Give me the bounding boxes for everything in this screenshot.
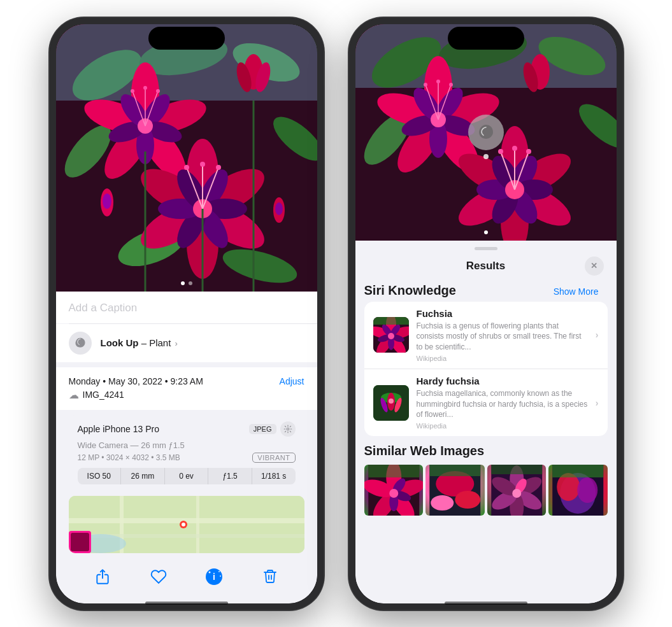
- delete-button[interactable]: [256, 563, 284, 591]
- home-bar-right: [445, 602, 527, 605]
- exif-iso: ISO 50: [78, 468, 122, 484]
- exif-row: ISO 50 26 mm 0 ev ƒ1.5 1/181 s: [78, 468, 296, 484]
- svg-point-113: [512, 146, 517, 151]
- svg-rect-165: [552, 465, 603, 477]
- svg-rect-150: [429, 465, 480, 476]
- svg-point-68: [209, 571, 211, 573]
- svg-point-25: [156, 89, 160, 93]
- look-up-icon: [69, 332, 92, 355]
- svg-point-144: [389, 489, 398, 498]
- vibrant-badge: VIBRANT: [252, 453, 295, 463]
- sheet-header: Results ✕: [355, 250, 617, 283]
- svg-point-49: [103, 194, 111, 209]
- svg-point-24: [131, 89, 134, 93]
- svg-rect-128: [373, 317, 409, 325]
- dot-1: [181, 281, 185, 285]
- photo-area[interactable]: [56, 24, 317, 292]
- fuchsia-thumb: [373, 317, 409, 353]
- visual-lookup-button[interactable]: [468, 115, 504, 150]
- favorite-button[interactable]: [145, 563, 173, 591]
- flower-svg: [56, 24, 317, 292]
- svg-point-114: [498, 149, 503, 154]
- svg-point-70: [220, 575, 221, 577]
- hardy-desc: Fuchsia magellanica, commonly known as t…: [417, 388, 588, 420]
- phones-container: Add a Caption Look Up – Plant: [50, 18, 623, 610]
- info-button[interactable]: i: [200, 563, 228, 591]
- look-up-row[interactable]: Look Up – Plant ›: [56, 324, 317, 362]
- leaf-lookup-icon: [476, 123, 496, 142]
- fuchsia-thumb-svg: [373, 317, 409, 353]
- hardy-thumb-svg: [373, 385, 409, 421]
- svg-rect-59: [196, 496, 199, 553]
- camera-spec: Wide Camera — 26 mm ƒ1.5: [78, 440, 296, 450]
- caption-area[interactable]: Add a Caption: [56, 292, 317, 323]
- svg-point-55: [287, 428, 289, 430]
- right-photo-area: [355, 24, 617, 241]
- photo-date: Monday • May 30, 2022 • 9:23 AM: [69, 376, 203, 386]
- exif-shutter: 1/181 s: [252, 468, 296, 484]
- sim-svg-2: [425, 465, 485, 516]
- hardy-title: Hardy fuchsia: [417, 376, 588, 386]
- sheet-content: Siri Knowledge Show More: [355, 283, 617, 603]
- svg-point-45: [200, 162, 205, 167]
- knowledge-item-hardy[interactable]: Hardy fuchsia Fuchsia magellanica, commo…: [364, 369, 608, 436]
- sim-img-2[interactable]: [425, 465, 485, 516]
- svg-rect-145: [368, 465, 419, 477]
- fuchsia-title: Fuchsia: [417, 308, 588, 319]
- share-button[interactable]: [89, 563, 117, 591]
- show-more-button[interactable]: Show More: [554, 286, 608, 297]
- sheet-title: Results: [466, 260, 505, 272]
- svg-point-23: [143, 86, 147, 90]
- sim-img-1[interactable]: [364, 465, 424, 516]
- similar-section: Similar Web Images: [364, 444, 608, 516]
- sim-svg-1: [364, 465, 424, 516]
- adjust-button[interactable]: Adjust: [280, 376, 304, 386]
- similar-label: Similar Web Images: [364, 444, 608, 458]
- look-up-text: Look Up – Plant ›: [101, 337, 178, 348]
- exif-aperture: ƒ1.5: [208, 468, 252, 484]
- svg-point-92: [436, 80, 440, 83]
- siri-knowledge-header: Siri Knowledge Show More: [364, 283, 608, 298]
- left-screen: Add a Caption Look Up – Plant: [56, 24, 317, 603]
- hardy-source: Wikipedia: [417, 422, 588, 430]
- svg-point-93: [424, 83, 427, 87]
- right-screen: Results ✕ Siri Knowledge Show More: [355, 24, 617, 603]
- caption-placeholder[interactable]: Add a Caption: [69, 302, 138, 314]
- hardy-thumb: [373, 385, 409, 421]
- fuchsia-desc: Fuchsia is a genus of flowering plants t…: [417, 321, 588, 353]
- look-up-subject: Plant: [149, 337, 171, 348]
- lookup-dot: [483, 154, 489, 159]
- similar-images-row: [364, 465, 608, 516]
- info-scroll: Add a Caption Look Up – Plant: [56, 292, 317, 603]
- leaf-icon: [74, 337, 87, 349]
- filename: IMG_4241: [83, 390, 124, 400]
- device-section: Apple iPhone 13 Pro JPEG Wide Camera: [69, 415, 304, 491]
- dynamic-island: [148, 27, 225, 50]
- sim-img-3[interactable]: [487, 465, 547, 516]
- right-dot-1: [484, 230, 488, 234]
- svg-point-148: [431, 495, 454, 511]
- map-svg: [69, 496, 304, 553]
- cloud-icon: ☁: [69, 389, 79, 401]
- svg-point-51: [275, 202, 283, 215]
- gear-badge[interactable]: [280, 421, 296, 437]
- gap-1: [56, 362, 317, 367]
- sim-img-4[interactable]: [548, 465, 608, 516]
- knowledge-section: Fuchsia Fuchsia is a genus of flowering …: [364, 302, 608, 437]
- svg-text:i: i: [213, 572, 215, 582]
- fuchsia-chevron: ›: [596, 330, 599, 340]
- svg-point-94: [449, 83, 453, 87]
- knowledge-item-fuchsia[interactable]: Fuchsia Fuchsia is a genus of flowering …: [364, 302, 608, 369]
- exif-ev: 0 ev: [165, 468, 209, 484]
- svg-point-115: [526, 149, 531, 154]
- dot-2: [189, 281, 192, 285]
- map-section[interactable]: [69, 496, 304, 553]
- photo-indicator: [181, 281, 192, 285]
- sim-svg-3: [487, 465, 547, 516]
- close-button[interactable]: ✕: [585, 257, 604, 276]
- look-up-dash: –: [141, 337, 147, 348]
- look-up-label: Look Up: [101, 337, 139, 348]
- svg-point-47: [216, 165, 221, 170]
- device-header: Apple iPhone 13 Pro JPEG: [78, 421, 296, 437]
- gear-icon: [283, 425, 292, 433]
